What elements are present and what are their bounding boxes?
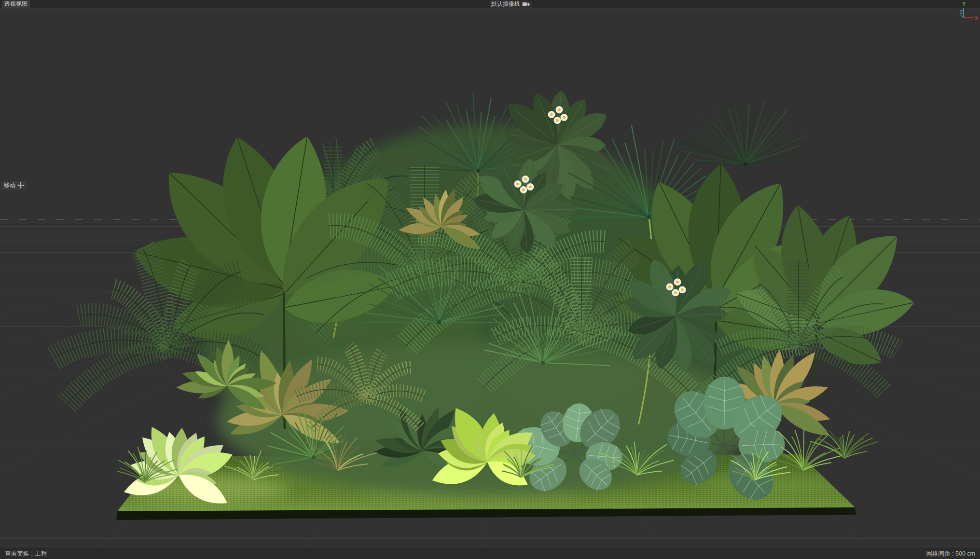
status-view-transform: 查看变换：工程 <box>5 550 47 558</box>
y-axis-label: Y <box>962 1 966 7</box>
camera-icon <box>522 1 530 7</box>
viewport-header: 透视视图 默认摄像机 <box>0 0 980 9</box>
3d-app-window: 透视视图 默认摄像机 Y Z X 移动 <box>0 0 980 559</box>
camera-indicator[interactable]: 默认摄像机 <box>489 0 532 8</box>
view-menu-label[interactable]: 透视视图 <box>2 0 30 8</box>
z-axis-label: Z <box>960 9 963 15</box>
move-icon <box>17 182 24 189</box>
z-axis-line <box>960 15 964 18</box>
camera-label: 默认摄像机 <box>491 1 520 7</box>
status-bar: 查看变换：工程 网格间距 : 500 cm <box>0 548 980 559</box>
active-tool-chip[interactable]: 移动 <box>1 181 27 190</box>
status-grid-spacing: 网格间距 : 500 cm <box>926 550 975 558</box>
tool-label: 移动 <box>4 182 15 189</box>
viewport-3d-scene[interactable] <box>0 0 980 559</box>
axis-gizmo[interactable]: Y Z X <box>953 0 978 23</box>
x-axis-label: X <box>975 15 978 21</box>
